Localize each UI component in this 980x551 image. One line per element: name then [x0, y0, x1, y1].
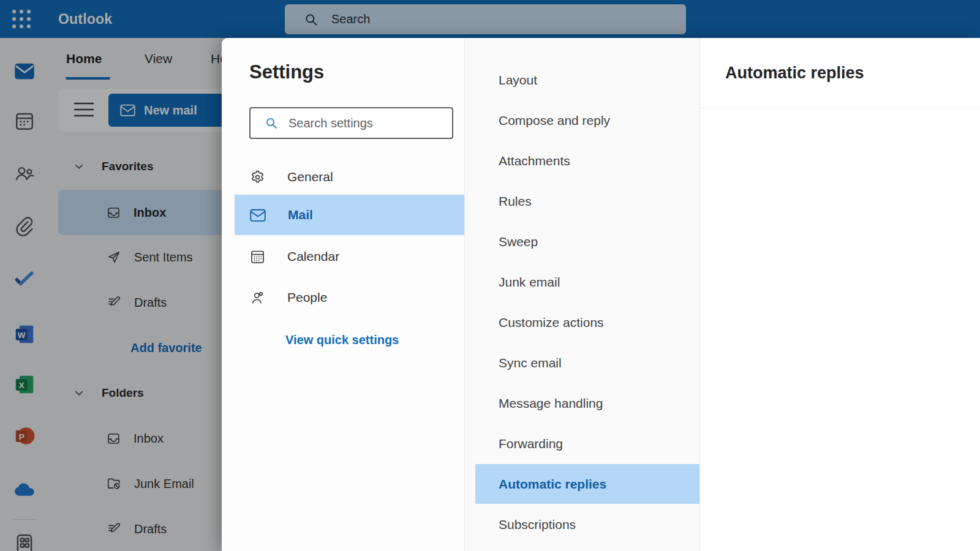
settings-nav-label: General [287, 170, 333, 184]
category-label: Message handling [499, 396, 603, 411]
category-compose-and-reply[interactable]: Compose and reply [465, 100, 700, 140]
settings-nav-label: People [287, 290, 327, 305]
category-label: Layout [499, 73, 537, 88]
settings-title: Settings [249, 61, 324, 83]
settings-nav-column: Settings General Mail [222, 38, 464, 551]
search-icon [264, 116, 279, 130]
calendar-icon [249, 249, 266, 265]
category-attachments[interactable]: Attachments [465, 141, 700, 181]
settings-dialog: Settings General Mail [222, 38, 980, 551]
category-rules[interactable]: Rules [465, 181, 700, 221]
category-label: Automatic replies [499, 477, 606, 492]
category-label: Customize actions [499, 315, 604, 330]
category-label: Sync email [499, 356, 562, 370]
settings-nav-label: Calendar [287, 249, 339, 264]
category-label: Compose and reply [499, 113, 610, 128]
category-automatic-replies[interactable]: Automatic replies [475, 464, 700, 504]
person-icon [249, 290, 266, 306]
category-message-handling[interactable]: Message handling [465, 383, 700, 423]
category-label: Attachments [499, 154, 570, 168]
category-forwarding[interactable]: Forwarding [465, 424, 700, 463]
settings-detail-pane: Automatic replies [699, 38, 980, 551]
settings-search-box[interactable] [249, 107, 453, 139]
detail-divider [700, 108, 980, 108]
settings-nav-mail[interactable]: Mail [235, 195, 464, 235]
gear-icon [249, 169, 266, 186]
category-label: Junk email [499, 275, 560, 290]
category-label: Subscriptions [499, 517, 576, 532]
settings-nav-calendar[interactable]: Calendar [235, 238, 464, 275]
category-label: Forwarding [499, 437, 563, 451]
outlook-app: Outlook [0, 0, 980, 551]
view-quick-settings-link[interactable]: View quick settings [285, 333, 399, 347]
category-sweep[interactable]: Sweep [465, 222, 700, 261]
settings-nav-general[interactable]: General [235, 159, 464, 195]
category-subscriptions[interactable]: Subscriptions [465, 504, 700, 544]
category-label: Sweep [499, 234, 538, 249]
detail-title: Automatic replies [725, 64, 864, 83]
settings-nav-people[interactable]: People [235, 279, 464, 316]
settings-nav-label: Mail [288, 208, 313, 222]
settings-search-input[interactable] [288, 116, 442, 130]
category-sync-email[interactable]: Sync email [465, 343, 700, 383]
settings-category-column: Layout Compose and reply Attachments Rul… [464, 38, 699, 551]
category-layout[interactable]: Layout [465, 60, 700, 100]
category-junk-email[interactable]: Junk email [465, 262, 700, 302]
mail-icon [249, 208, 266, 223]
category-label: Rules [499, 194, 532, 209]
category-customize-actions[interactable]: Customize actions [465, 302, 700, 342]
